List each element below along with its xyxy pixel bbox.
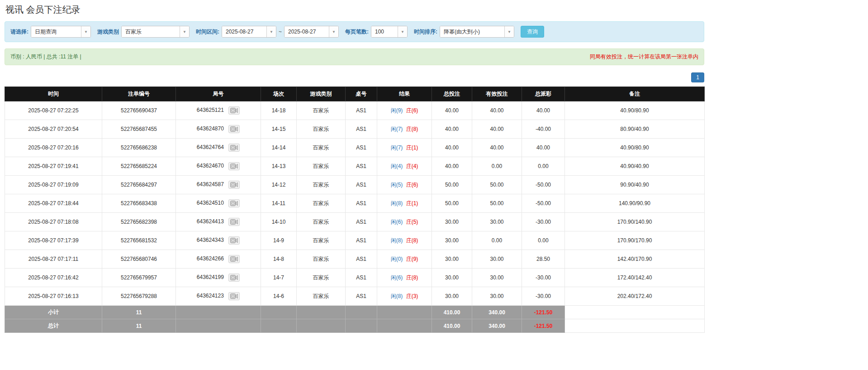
chevron-down-icon[interactable]: ▼ <box>398 26 407 37</box>
date-to-input[interactable] <box>285 26 329 37</box>
cell-game-type: 百家乐 <box>297 269 346 287</box>
cell-session: 14-15 <box>261 120 297 139</box>
cell-time: 2025-08-27 07:17:39 <box>5 231 102 250</box>
cell-bet-id: 522765687455 <box>102 120 176 139</box>
cell-game-type: 百家乐 <box>297 194 346 213</box>
cell-time: 2025-08-27 07:18:08 <box>5 213 102 231</box>
player-result: 闲(7) <box>391 144 403 151</box>
banker-result: 庄(6) <box>406 107 418 114</box>
cell-note: 170.90/140.90 <box>565 213 705 231</box>
cell-round-id: 643624266 <box>176 250 261 269</box>
time-sort-combobox: ▼ <box>440 26 514 38</box>
grand-total-label: 总计 <box>5 319 102 333</box>
chevron-down-icon[interactable]: ▼ <box>504 26 514 37</box>
summary-bar: 币别 : 人民币 | 总共 :11 注单 | 同局有效投注，统一计算在该局第一张… <box>5 48 704 65</box>
cell-session: 14-8 <box>261 250 297 269</box>
header-result: 结果 <box>377 87 432 101</box>
cell-payout: 40.00 <box>522 101 565 120</box>
player-result: 闲(6) <box>391 274 403 281</box>
date-from-input[interactable] <box>222 26 266 37</box>
cell-valid-bet: 50.00 <box>472 176 522 194</box>
cell-time: 2025-08-27 07:22:25 <box>5 101 102 120</box>
cell-total-bet[interactable]: 30.00 <box>432 250 472 269</box>
cell-note: 40.90/40.90 <box>565 157 705 176</box>
replay-video-icon[interactable] <box>228 181 240 189</box>
per-page-input[interactable] <box>371 26 398 37</box>
time-sort-input[interactable] <box>440 26 504 37</box>
player-result: 闲(0) <box>391 256 403 262</box>
banker-result: 庄(1) <box>406 144 418 151</box>
filter-bar: 请选择: ▼ 游戏类别 ▼ 时间区间: ▼ ~ ▼ 每页笔数: ▼ 时间排序: … <box>5 21 704 42</box>
cell-total-bet[interactable]: 40.00 <box>432 120 472 139</box>
cell-valid-bet: 30.00 <box>472 250 522 269</box>
replay-video-icon[interactable] <box>228 218 240 226</box>
empty-cell <box>297 306 346 319</box>
cell-game-type: 百家乐 <box>297 176 346 194</box>
cell-table-no: AS1 <box>346 139 377 157</box>
cell-session: 14-14 <box>261 139 297 157</box>
replay-video-icon[interactable] <box>228 292 240 300</box>
game-type-combobox: ▼ <box>121 26 190 38</box>
main-container: 视讯 会员下注纪录 请选择: ▼ 游戏类别 ▼ 时间区间: ▼ ~ ▼ 每页笔数… <box>5 4 704 333</box>
replay-video-icon[interactable] <box>228 255 240 263</box>
table-header-row: 时间 注单编号 局号 场次 游戏类别 桌号 结果 总投注 有效投注 总派彩 备注 <box>5 87 705 101</box>
cell-total-bet[interactable]: 50.00 <box>432 176 472 194</box>
header-table-no: 桌号 <box>346 87 377 101</box>
cell-valid-bet: 0.00 <box>472 231 522 250</box>
cell-session: 14-7 <box>261 269 297 287</box>
cell-bet-id: 522765683438 <box>102 194 176 213</box>
cell-total-bet[interactable]: 50.00 <box>432 194 472 213</box>
cell-total-bet[interactable]: 30.00 <box>432 231 472 250</box>
empty-cell <box>565 319 705 333</box>
cell-note: 170.90/170.90 <box>565 231 705 250</box>
cell-game-type: 百家乐 <box>297 120 346 139</box>
replay-video-icon[interactable] <box>228 125 240 133</box>
cell-game-type: 百家乐 <box>297 213 346 231</box>
cell-total-bet[interactable]: 40.00 <box>432 157 472 176</box>
cell-valid-bet: 40.00 <box>472 101 522 120</box>
round-id-text: 643624199 <box>197 274 224 280</box>
query-type-input[interactable] <box>31 26 81 37</box>
table-row: 2025-08-27 07:16:13 522765679288 6436241… <box>5 287 705 306</box>
chevron-down-icon[interactable]: ▼ <box>329 26 338 37</box>
player-result: 闲(8) <box>391 293 403 299</box>
cell-time: 2025-08-27 07:16:42 <box>5 269 102 287</box>
cell-total-bet[interactable]: 30.00 <box>432 269 472 287</box>
replay-video-icon[interactable] <box>228 236 240 245</box>
cell-note: 172.40/142.40 <box>565 269 705 287</box>
cell-round-id: 643624199 <box>176 269 261 287</box>
cell-round-id: 643624510 <box>176 194 261 213</box>
chevron-down-icon[interactable]: ▼ <box>266 26 276 37</box>
banker-result: 庄(5) <box>406 219 418 225</box>
cell-table-no: AS1 <box>346 194 377 213</box>
replay-video-icon[interactable] <box>228 274 240 282</box>
header-note: 备注 <box>565 87 705 101</box>
cell-result: 闲(6) 庄(5) <box>377 213 432 231</box>
cell-round-id: 643624587 <box>176 176 261 194</box>
select-type-label: 请选择: <box>10 28 28 36</box>
search-button[interactable]: 查询 <box>521 26 544 38</box>
cell-table-no: AS1 <box>346 176 377 194</box>
cell-session: 14-11 <box>261 194 297 213</box>
cell-total-bet[interactable]: 40.00 <box>432 101 472 120</box>
game-type-input[interactable] <box>122 26 180 37</box>
cell-valid-bet: 50.00 <box>472 194 522 213</box>
cell-payout: -40.00 <box>522 120 565 139</box>
cell-note: 202.40/172.40 <box>565 287 705 306</box>
chevron-down-icon[interactable]: ▼ <box>180 26 189 37</box>
replay-video-icon[interactable] <box>228 162 240 170</box>
replay-video-icon[interactable] <box>228 106 240 115</box>
replay-video-icon[interactable] <box>228 144 240 152</box>
cell-total-bet[interactable]: 30.00 <box>432 213 472 231</box>
page-1-button[interactable]: 1 <box>691 72 704 82</box>
table-row: 2025-08-27 07:18:44 522765683438 6436245… <box>5 194 705 213</box>
replay-video-icon[interactable] <box>228 199 240 207</box>
cell-total-bet[interactable]: 30.00 <box>432 287 472 306</box>
cell-payout: -30.00 <box>522 287 565 306</box>
chevron-down-icon[interactable]: ▼ <box>81 26 90 37</box>
empty-cell <box>261 319 297 333</box>
cell-total-bet[interactable]: 40.00 <box>432 139 472 157</box>
grand-total-total-bet: 410.00 <box>432 319 472 333</box>
grand-total-row: 总计 11 410.00 340.00 -121.50 <box>5 319 705 333</box>
cell-table-no: AS1 <box>346 120 377 139</box>
